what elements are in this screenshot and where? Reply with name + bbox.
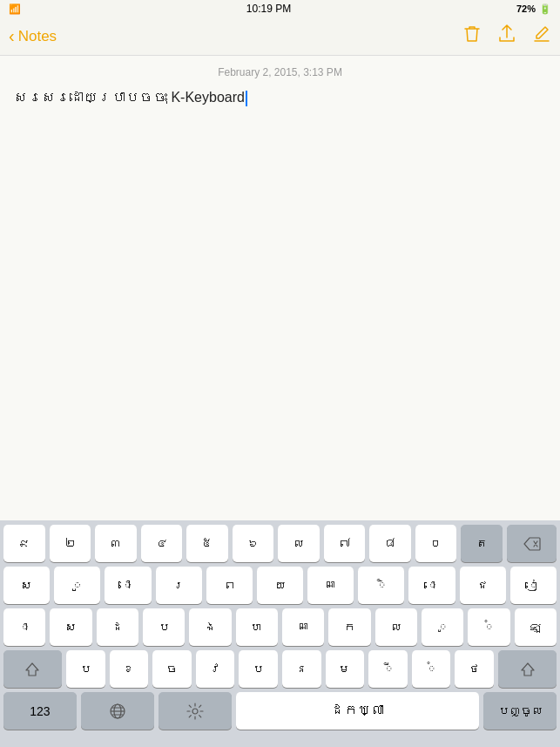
svg-point-5 xyxy=(192,709,198,714)
key-0[interactable]: ០ xyxy=(415,525,457,562)
key-8[interactable]: ៨ xyxy=(369,525,411,562)
note-content[interactable]: សរសេរដោយប្រាបចចុះ K-Keyboard xyxy=(14,87,546,108)
battery-icon: 🔋 xyxy=(539,3,551,15)
key-k[interactable]: ក xyxy=(328,608,370,646)
key-ll[interactable]: ឡ xyxy=(515,608,557,646)
key-r[interactable]: រ xyxy=(156,567,202,604)
globe-key[interactable] xyxy=(81,692,154,730)
key-n2[interactable]: ណ xyxy=(282,608,324,646)
return-label: បញ្ចូល xyxy=(498,704,543,718)
back-button[interactable]: ‹ Notes xyxy=(9,26,57,46)
status-right: 72% 🔋 xyxy=(516,3,551,15)
text-cursor xyxy=(246,91,247,106)
key-kh[interactable]: ខ xyxy=(110,650,149,688)
backspace-key[interactable] xyxy=(507,525,557,562)
key-kat[interactable]: ត xyxy=(461,525,503,562)
compose-icon[interactable] xyxy=(532,24,551,49)
key-aa[interactable]: ា xyxy=(3,608,45,646)
key-9[interactable]: ៩ xyxy=(3,525,45,562)
key-v[interactable]: វ xyxy=(196,650,235,688)
key-n3[interactable]: ន xyxy=(282,650,321,688)
key-5[interactable]: ៥ xyxy=(186,525,228,562)
key-ia[interactable]: ៀ xyxy=(510,567,557,604)
key-m3[interactable]: ំ xyxy=(412,650,451,688)
keyboard-row-1: ៩ ២ ៣ ៤ ៥ ៦ ល ៧ ៨ ០ ត xyxy=(0,520,560,562)
delete-icon[interactable] xyxy=(462,24,482,49)
share-icon[interactable] xyxy=(497,24,516,49)
key-3[interactable]: ៣ xyxy=(95,525,137,562)
key-oo[interactable]: ោ xyxy=(105,567,151,604)
chevron-left-icon: ‹ xyxy=(9,26,15,46)
status-time: 10:19 PM xyxy=(246,3,291,15)
key-l[interactable]: ល xyxy=(278,525,320,562)
key-6[interactable]: ៦ xyxy=(233,525,274,562)
note-area[interactable]: February 2, 2015, 3:13 PM សរសេរដោយប្រាបច… xyxy=(0,56,560,520)
key-c[interactable]: ច xyxy=(152,650,192,688)
key-h[interactable]: ហ xyxy=(236,608,278,646)
keyboard-bottom-row: 123 ដកឃ្លា បញ្ចូល xyxy=(0,688,560,735)
key-nn[interactable]: ណ xyxy=(307,567,354,604)
return-key[interactable]: បញ្ចូល xyxy=(483,692,557,730)
key-d[interactable]: ដ xyxy=(97,608,138,646)
shift-key[interactable] xyxy=(3,650,62,688)
key-s1[interactable]: ស xyxy=(3,567,50,604)
key-s2[interactable]: ស xyxy=(50,608,91,646)
note-date: February 2, 2015, 3:13 PM xyxy=(14,66,546,78)
key-4[interactable]: ៤ xyxy=(141,525,183,562)
key-u2[interactable]: ូ xyxy=(422,608,463,646)
nav-bar: ‹ Notes xyxy=(0,17,560,56)
status-bar: 📶 10:19 PM 72% 🔋 xyxy=(0,0,560,17)
key-m1[interactable]: ំ xyxy=(468,608,509,646)
settings-key[interactable] xyxy=(159,692,232,730)
status-left: 📶 xyxy=(9,3,21,15)
key-oa[interactable]: ោ xyxy=(408,567,455,604)
key-m2[interactable]: ម xyxy=(326,650,365,688)
key-b3[interactable]: ប xyxy=(239,650,278,688)
wifi-icon: 📶 xyxy=(9,3,21,15)
shift-key-right[interactable] xyxy=(498,650,557,688)
keyboard: ៩ ២ ៣ ៤ ៥ ៦ ល ៧ ៨ ០ ត ស ូ ោ រ ព យ ណ ិ ោ … xyxy=(0,520,560,747)
key-ng[interactable]: ង xyxy=(189,608,231,646)
key-ch[interactable]: ជ xyxy=(460,567,506,604)
battery-percent: 72% xyxy=(516,3,536,14)
key-b1[interactable]: ប xyxy=(143,608,185,646)
space-key[interactable]: ដកឃ្លា xyxy=(236,692,480,730)
key-l2[interactable]: ល xyxy=(375,608,417,646)
keyboard-row-3: ា ស ដ ប ង ហ ណ ក ល ូ ំ ឡ xyxy=(0,604,560,646)
back-label: Notes xyxy=(18,28,57,45)
key-y[interactable]: យ xyxy=(257,567,303,604)
key-7[interactable]: ៧ xyxy=(324,525,366,562)
keyboard-row-4: ប ខ ច វ ប ន ម ី ំ ថ xyxy=(0,646,560,688)
nav-actions xyxy=(462,24,551,49)
key-p[interactable]: ព xyxy=(206,567,253,604)
space-label: ដកឃ្លា xyxy=(330,703,384,718)
key-2[interactable]: ២ xyxy=(50,525,91,562)
key-th[interactable]: ថ xyxy=(455,650,494,688)
keyboard-row-2: ស ូ ោ រ ព យ ណ ិ ោ ជ ៀ xyxy=(0,562,560,604)
key-ii[interactable]: ី xyxy=(368,650,408,688)
key-b2[interactable]: ប xyxy=(66,650,105,688)
key-i[interactable]: ិ xyxy=(358,567,404,604)
key-uu[interactable]: ូ xyxy=(54,567,100,604)
note-text-content: សរសេរដោយប្រាបចចុះ K-Keyboard xyxy=(14,90,245,105)
numbers-key[interactable]: 123 xyxy=(3,692,77,730)
